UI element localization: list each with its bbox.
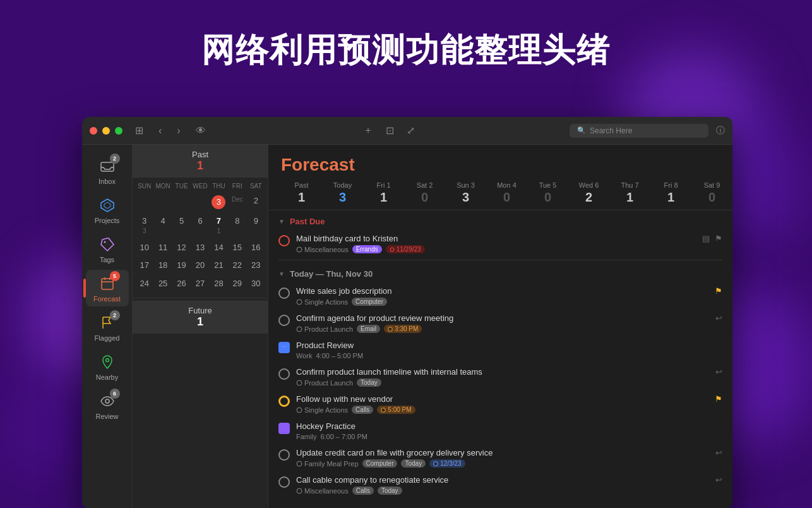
- forecast-day-today[interactable]: Today 3: [322, 181, 363, 205]
- task-circle-5: [278, 368, 290, 380]
- task-meta-5: Product Launch Today: [296, 378, 709, 387]
- task-confirm-agenda[interactable]: Confirm agenda for product review meetin…: [273, 310, 727, 337]
- forecast-day-fri8[interactable]: Fri 8 1: [650, 181, 691, 205]
- reply-icon-5: ↩: [715, 367, 722, 377]
- cal-5[interactable]: 5: [172, 214, 191, 238]
- task-date-6: 5:00 PM: [377, 406, 415, 414]
- sidebar-item-tags[interactable]: Tags: [86, 231, 129, 267]
- task-content-2: Write sales job description Single Actio…: [296, 286, 708, 306]
- sidebar-item-nearby[interactable]: Nearby: [86, 348, 129, 385]
- cal-30[interactable]: 30: [247, 276, 265, 291]
- cal-18[interactable]: 18: [153, 258, 172, 273]
- task-follow-up-vendor[interactable]: Follow up with new vendor Single Actions…: [273, 390, 727, 418]
- forecast-day-sun3[interactable]: Sun 3 3: [445, 181, 486, 205]
- task-title-6: Follow up with new vendor: [296, 394, 708, 404]
- calendar-future-label: Future: [188, 306, 212, 315]
- task-content-7: Hockey Practice Family 6:00 – 7:00 PM: [296, 421, 722, 440]
- sidebar-item-projects[interactable]: Projects: [86, 191, 129, 228]
- forecast-day-mon4[interactable]: Mon 4 0: [486, 181, 527, 205]
- nav-forward-button[interactable]: ›: [174, 124, 182, 138]
- cal-27[interactable]: 27: [191, 276, 209, 291]
- sidebar-item-review[interactable]: 6 Review: [86, 387, 129, 424]
- cal-4[interactable]: 4: [153, 214, 172, 238]
- task-hockey-practice[interactable]: Hockey Practice Family 6:00 – 7:00 PM: [273, 418, 727, 444]
- cal-dec[interactable]: Dec: [228, 193, 246, 211]
- task-mail-birthday[interactable]: Mail birthday card to Kristen Miscellane…: [273, 230, 727, 257]
- flagged-icon: 2: [97, 313, 117, 333]
- cal-29[interactable]: 29: [228, 276, 246, 291]
- task-product-review[interactable]: Product Review Work 4:00 – 5:00 PM: [273, 337, 727, 363]
- task-call-cable[interactable]: Call cable company to renegotiate servic…: [273, 471, 727, 499]
- task-circle-8: [278, 449, 290, 461]
- cal-20[interactable]: 20: [191, 258, 209, 273]
- sidebar-toggle-button[interactable]: ⊞: [133, 123, 146, 138]
- cal-15[interactable]: 15: [228, 240, 246, 255]
- forecast-day-fri1[interactable]: Fri 1 1: [363, 181, 404, 205]
- close-button[interactable]: [90, 127, 97, 135]
- cal-23[interactable]: 23: [247, 258, 265, 273]
- info-icon[interactable]: ⓘ: [716, 125, 725, 136]
- task-list: ▼ Past Due Mail birthday card to Kristen…: [268, 210, 732, 508]
- cal-week-4: 17 18 19 20 21 22 23: [135, 257, 265, 274]
- search-bar[interactable]: 🔍 Search Here: [570, 124, 708, 138]
- main-content: Forecast Past 1 Today 3 Fri 1 1: [268, 145, 732, 508]
- cal-7[interactable]: 7 1: [210, 214, 228, 238]
- cal-17[interactable]: 17: [135, 258, 153, 273]
- calendar-past-label: Past: [192, 150, 208, 159]
- task-write-sales[interactable]: Write sales job description Single Actio…: [273, 282, 727, 310]
- sidebar-label-flagged: Flagged: [95, 334, 120, 342]
- section-today-header[interactable]: ▼ Today — Thu, Nov 30: [273, 263, 727, 282]
- task-confirm-launch[interactable]: Confirm product launch timeline with int…: [273, 363, 727, 390]
- forecast-day-sat9[interactable]: Sat 9 0: [691, 181, 732, 205]
- forecast-day-wed6[interactable]: Wed 6 2: [568, 181, 609, 205]
- sidebar-item-forecast[interactable]: 5 Forecast: [86, 270, 129, 306]
- cal-6[interactable]: 6: [191, 214, 209, 238]
- cal-8[interactable]: 8: [228, 214, 246, 238]
- cal-10[interactable]: 10: [135, 240, 153, 255]
- forecast-day-tue5[interactable]: Tue 5 0: [527, 181, 568, 205]
- task-content-1: Mail birthday card to Kristen Miscellane…: [296, 234, 696, 253]
- title-bar: ⊞ ‹ › 👁 ＋ ⊡ ⤢ 🔍 Search Here ⓘ: [82, 117, 732, 145]
- task-circle-9: [278, 476, 290, 488]
- forecast-day-past[interactable]: Past 1: [281, 181, 322, 205]
- task-content-3: Confirm agenda for product review meetin…: [296, 313, 709, 333]
- sidebar-item-flagged[interactable]: 2 Flagged: [86, 309, 129, 346]
- preview-button[interactable]: 👁: [193, 124, 208, 138]
- calendar-future-header: Future 1: [133, 301, 268, 334]
- task-tag-today-5: Today: [357, 378, 381, 387]
- minimize-button[interactable]: [102, 127, 110, 135]
- share-button[interactable]: ⊡: [383, 123, 397, 138]
- svg-rect-19: [381, 408, 385, 412]
- cal-26[interactable]: 26: [172, 276, 191, 291]
- cal-11[interactable]: 11: [153, 240, 172, 255]
- nav-back-button[interactable]: ‹: [156, 124, 164, 138]
- add-item-button[interactable]: ＋: [361, 123, 376, 138]
- task-update-credit-card[interactable]: Update credit card on file with grocery …: [273, 444, 727, 471]
- cal-9[interactable]: 9: [247, 214, 265, 238]
- maximize-button[interactable]: [115, 127, 122, 135]
- task-time-7: 6:00 – 7:00 PM: [320, 433, 367, 440]
- expand-button[interactable]: ⤢: [404, 123, 417, 138]
- cal-today[interactable]: 3: [210, 193, 228, 211]
- cal-25[interactable]: 25: [153, 276, 172, 291]
- cal-3[interactable]: 3 3: [135, 214, 153, 238]
- inbox-icon: 2: [97, 156, 117, 176]
- section-past-due-header[interactable]: ▼ Past Due: [273, 210, 727, 230]
- cal-13[interactable]: 13: [191, 240, 209, 255]
- cal-28[interactable]: 28: [210, 276, 228, 291]
- cal-16[interactable]: 16: [247, 240, 265, 255]
- cal-24[interactable]: 24: [135, 276, 153, 291]
- sidebar-item-inbox[interactable]: 2 Inbox: [86, 152, 129, 189]
- calendar-panel: Past 1 SUN MON TUE WED THU FRI SAT: [133, 145, 268, 508]
- cal-22[interactable]: 22: [228, 258, 246, 273]
- task-project-6: Single Actions: [296, 406, 348, 414]
- forecast-day-sat2[interactable]: Sat 2 0: [404, 181, 445, 205]
- cal-14[interactable]: 14: [210, 240, 228, 255]
- cal-21[interactable]: 21: [210, 258, 228, 273]
- cal-1[interactable]: 2: [247, 193, 265, 211]
- cal-19[interactable]: 19: [172, 258, 191, 273]
- task-project-3: Product Launch: [296, 325, 353, 333]
- cal-12[interactable]: 12: [172, 240, 191, 255]
- sidebar-label-review: Review: [95, 413, 118, 420]
- forecast-day-thu7[interactable]: Thu 7 1: [609, 181, 650, 205]
